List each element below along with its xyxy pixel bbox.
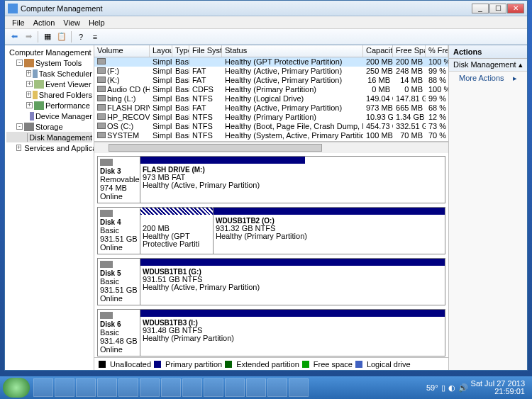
col-capacity[interactable]: Capacity <box>363 45 393 57</box>
taskbar-app[interactable] <box>267 378 287 397</box>
app-window: Computer Management _ ☐ ✕ File Action Vi… <box>4 0 528 371</box>
taskbar-app[interactable] <box>76 378 96 397</box>
tray-temp[interactable]: 59° <box>426 383 438 392</box>
window-title: Computer Management <box>21 4 472 13</box>
drive-icon <box>100 261 113 268</box>
volume-icon <box>97 132 106 138</box>
tree-task-scheduler[interactable]: +Task Scheduler <box>6 68 92 79</box>
taskbar-app[interactable] <box>97 378 117 397</box>
titlebar[interactable]: Computer Management _ ☐ ✕ <box>5 1 527 16</box>
taskbar-app[interactable] <box>55 378 74 397</box>
partition[interactable]: FLASH DRIVE (M:)973 MB FATHealthy (Activ… <box>140 157 305 203</box>
disk-icon <box>27 133 28 142</box>
collapse-icon[interactable]: - <box>16 60 23 66</box>
partition[interactable]: WDUSB1TB2 (O:)931.32 GB NTFSHealthy (Pri… <box>214 208 445 254</box>
storage-icon <box>24 123 34 131</box>
expand-icon[interactable]: + <box>26 102 33 108</box>
legend-unallocated: Unallocated <box>110 360 151 369</box>
volume-icon <box>97 95 106 101</box>
tray-icon[interactable]: 🔊 <box>458 383 468 393</box>
close-button[interactable]: ✕ <box>507 4 524 13</box>
drive-icon <box>100 312 113 319</box>
table-row[interactable]: FLASH DRIVE (M:)SimpleBasicFATHealthy (A… <box>94 103 448 113</box>
expand-icon[interactable]: + <box>26 81 33 87</box>
tree-performance[interactable]: +Performance <box>6 100 92 111</box>
legend-logical: Logical drive <box>367 360 411 369</box>
table-row[interactable]: OS (C:)SimpleBasicNTFSHealthy (Boot, Pag… <box>94 122 448 131</box>
table-row[interactable]: Audio CD (H:)SimpleBasicCDFSHealthy (Pri… <box>94 85 448 94</box>
tree-disk-management[interactable]: Disk Management <box>6 132 92 142</box>
tree-system-tools[interactable]: -System Tools <box>6 57 92 68</box>
col-status[interactable]: Status <box>222 45 363 57</box>
refresh-icon[interactable]: 📋 <box>55 30 68 43</box>
perf-icon <box>34 101 44 110</box>
table-row[interactable]: SimpleBasicHealthy (GPT Protective Parti… <box>94 57 448 67</box>
tree-event-viewer[interactable]: +Event Viewer <box>6 79 92 89</box>
tray-clock[interactable]: Sat Jul 27 201321:59:01 <box>471 380 525 395</box>
forward-button[interactable]: ➡ <box>22 30 35 43</box>
partition[interactable]: WDUSB1TB1 (G:)931.51 GB NTFSHealthy (Act… <box>140 259 445 305</box>
legend-free: Free space <box>314 360 353 369</box>
h-scrollbar[interactable] <box>94 142 448 153</box>
table-row[interactable]: (K:)SimpleBasicFATHealthy (Active, Prima… <box>94 76 448 85</box>
tree-root[interactable]: Computer Management (Local <box>6 47 92 57</box>
table-row[interactable]: bing (L:)SimpleBasicNTFSHealthy (Logical… <box>94 94 448 103</box>
back-button[interactable]: ⬅ <box>8 30 21 43</box>
taskbar-app[interactable] <box>204 378 223 397</box>
taskbar[interactable]: 59° ▯ ◐ 🔊 Sat Jul 27 201321:59:01 <box>0 376 532 399</box>
disk-3[interactable]: Disk 3Removable974 MBOnline FLASH DRIVE … <box>97 156 445 203</box>
table-header[interactable]: Volume Layout Type File System Status Ca… <box>94 45 448 57</box>
help-icon[interactable]: ? <box>74 30 87 43</box>
tray-icon[interactable]: ▯ <box>441 383 445 393</box>
taskbar-app[interactable] <box>225 378 245 397</box>
minimize-button[interactable]: _ <box>472 4 489 13</box>
col-fs[interactable]: File System <box>189 45 222 57</box>
taskbar-app[interactable] <box>140 378 160 397</box>
col-layout[interactable]: Layout <box>150 45 172 57</box>
expand-icon[interactable]: + <box>26 70 31 77</box>
disk-5[interactable]: Disk 5Basic931.51 GBOnline WDUSB1TB1 (G:… <box>97 258 445 305</box>
partition[interactable]: WDUSB1TB3 (I:)931.48 GB NTFSHealthy (Pri… <box>140 310 445 356</box>
taskbar-app[interactable] <box>33 378 53 397</box>
taskbar-app[interactable] <box>161 378 181 397</box>
tree-shared-folders[interactable]: +Shared Folders <box>6 89 92 100</box>
properties-icon[interactable]: ▦ <box>41 30 54 43</box>
table-row[interactable]: SYSTEMSimpleBasicNTFSHealthy (System, Ac… <box>94 131 448 140</box>
disk-4[interactable]: Disk 4Basic931.51 GBOnline 200 MBHealthy… <box>97 207 445 254</box>
taskbar-app[interactable] <box>118 378 138 397</box>
expand-icon[interactable]: + <box>26 91 31 98</box>
table-row[interactable]: (F:)SimpleBasicFATHealthy (Active, Prima… <box>94 67 448 76</box>
nav-tree[interactable]: Computer Management (Local -System Tools… <box>5 45 94 370</box>
menu-help[interactable]: Help <box>84 18 109 27</box>
menu-file[interactable]: File <box>8 18 29 27</box>
menu-action[interactable]: Action <box>29 18 60 27</box>
volume-icon <box>97 113 106 120</box>
col-pct[interactable]: % Free <box>426 45 448 57</box>
disk-map: Disk 3Removable974 MBOnline FLASH DRIVE … <box>94 153 448 357</box>
start-button[interactable] <box>3 378 30 398</box>
legend-extended: Extended partition <box>236 360 299 369</box>
taskbar-app[interactable] <box>246 378 266 397</box>
tree-services-apps[interactable]: +Services and Applications <box>6 142 92 153</box>
more-actions[interactable]: More Actions ▸ <box>449 72 527 85</box>
menu-view[interactable]: View <box>59 18 84 27</box>
col-free[interactable]: Free Space <box>393 45 426 57</box>
list-view-icon[interactable]: ≡ <box>89 30 101 43</box>
table-row[interactable]: HP_RECOVERY (D:)SimpleBasicNTFSHealthy (… <box>94 113 448 122</box>
folder-icon <box>33 91 38 99</box>
col-volume[interactable]: Volume <box>94 45 150 57</box>
tray-icon[interactable]: ◐ <box>448 383 455 393</box>
actions-section[interactable]: Disk Management▴ <box>449 59 527 72</box>
partition[interactable]: 200 MBHealthy (GPT Protective Partiti <box>140 208 214 254</box>
maximize-button[interactable]: ☐ <box>489 4 506 13</box>
tree-device-manager[interactable]: Device Manager <box>6 111 92 121</box>
collapse-icon[interactable]: - <box>16 123 23 130</box>
expand-icon[interactable]: + <box>16 145 21 151</box>
disk-6[interactable]: Disk 6Basic931.48 GBOnline WDUSB1TB3 (I:… <box>97 309 445 356</box>
taskbar-app[interactable] <box>289 378 309 397</box>
col-type[interactable]: Type <box>172 45 189 57</box>
chevron-up-icon: ▴ <box>519 60 523 69</box>
table-row[interactable]: WDUSB1TB1 (G:)SimpleBasicNTFSHealthy (Ac… <box>94 140 448 141</box>
tree-storage[interactable]: -Storage <box>6 121 92 132</box>
taskbar-app[interactable] <box>182 378 202 397</box>
